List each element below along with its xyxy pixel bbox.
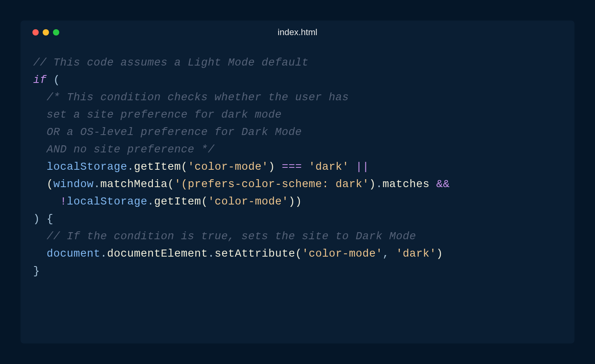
code-method: matchMedia: [100, 178, 168, 190]
code-operator: &&: [429, 178, 450, 190]
code-indent: [33, 195, 60, 208]
code-dot: .: [208, 248, 215, 260]
code-indent: [33, 248, 47, 260]
code-punct: }: [33, 265, 40, 277]
code-method: getItem: [154, 195, 201, 208]
code-content: // This code assumes a Light Mode defaul…: [21, 44, 574, 290]
code-identifier: window: [53, 178, 94, 190]
code-punct: ,: [382, 248, 396, 260]
code-paren: ): [369, 178, 376, 190]
code-comment: // If the condition is true, sets the si…: [33, 230, 416, 242]
window-titlebar: index.html: [21, 21, 574, 44]
code-punct: ) {: [33, 213, 53, 225]
code-operator: !: [60, 195, 67, 208]
code-paren: (: [168, 178, 174, 190]
code-identifier: document: [47, 248, 100, 260]
code-paren: (: [295, 248, 302, 260]
code-paren: )): [288, 195, 302, 208]
code-dot: .: [127, 161, 134, 173]
code-punct: (: [47, 74, 60, 86]
code-operator: ===: [275, 161, 309, 173]
code-paren: ): [436, 248, 443, 260]
code-string: '(prefers-color-scheme: dark': [174, 178, 369, 190]
code-method: documentElement: [107, 248, 208, 260]
code-indent: [33, 178, 47, 190]
code-method: matches: [382, 178, 429, 190]
code-paren: (: [47, 178, 53, 190]
minimize-icon[interactable]: [43, 29, 49, 36]
code-paren: (: [201, 195, 208, 208]
window-title: index.html: [278, 27, 317, 38]
code-method: getItem: [134, 161, 181, 173]
maximize-icon[interactable]: [53, 29, 59, 36]
code-dot: .: [100, 248, 107, 260]
code-editor-window: index.html // This code assumes a Light …: [21, 21, 574, 343]
code-comment: set a site preference for dark mode: [33, 109, 282, 121]
code-identifier: localStorage: [67, 195, 147, 208]
code-method: setAttribute: [215, 248, 295, 260]
code-string: 'color-mode': [302, 248, 382, 260]
code-comment: /* This condition checks whether the use…: [33, 91, 349, 103]
code-string: 'color-mode': [188, 161, 268, 173]
code-comment: OR a OS-level preference for Dark Mode: [33, 126, 302, 138]
code-paren: (: [181, 161, 188, 173]
code-paren: ): [268, 161, 275, 173]
code-comment: // This code assumes a Light Mode defaul…: [33, 56, 309, 69]
code-dot: .: [94, 178, 100, 190]
code-dot: .: [147, 195, 154, 208]
code-dot: .: [376, 178, 382, 190]
code-operator: ||: [349, 161, 369, 173]
code-string: 'color-mode': [208, 195, 288, 208]
code-comment: AND no site preference */: [33, 143, 215, 156]
code-string: 'dark': [396, 248, 436, 260]
close-icon[interactable]: [32, 29, 39, 36]
code-indent: [33, 161, 47, 173]
traffic-lights: [32, 29, 59, 36]
code-string: 'dark': [309, 161, 349, 173]
code-identifier: localStorage: [47, 161, 127, 173]
code-keyword: if: [33, 74, 47, 86]
